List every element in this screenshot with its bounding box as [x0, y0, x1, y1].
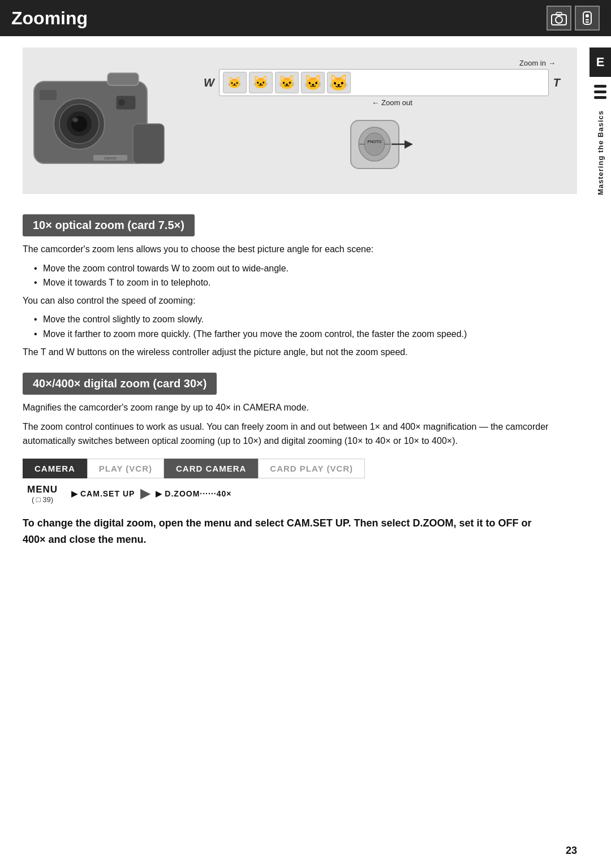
section1-header: 10× optical zoom (card 7.5×) — [23, 214, 195, 236]
menu-label: MENU — [27, 484, 58, 495]
section1-bullets-1: Move the zoom control towards W to zoom … — [34, 261, 577, 290]
card-play-vcr-mode-button[interactable]: CARD PLAY (VCR) — [258, 459, 365, 478]
sidebar-line-1 — [594, 85, 606, 88]
menu-row: MENU ( □ 39) ▶ CAM.SET UP ▶ ▶ D.ZOOM····… — [23, 484, 577, 504]
svg-point-23 — [364, 133, 385, 156]
t-label: T — [553, 76, 560, 89]
menu-item1-text: CAM.SET UP — [80, 489, 135, 498]
zoom-img-2: 🐱 — [249, 72, 273, 93]
page-number: 23 — [566, 845, 577, 857]
page-title: Zooming — [11, 8, 88, 29]
section1-bullet3: Move the control slightly to zoom slowly… — [34, 312, 549, 327]
sidebar-line-2 — [594, 90, 606, 93]
section1-bullets-2: Move the control slightly to zoom slowly… — [34, 312, 577, 341]
zoom-in-label: Zoom in — [519, 59, 546, 67]
zoom-img-5: 🐱 — [327, 72, 351, 93]
menu-arrow-block: ▶ CAM.SET UP ▶ ▶ D.ZOOM······40× — [71, 486, 231, 501]
svg-rect-16 — [40, 90, 57, 100]
mode-buttons-row: CAMERA PLAY (VCR) CARD CAMERA CARD PLAY … — [23, 459, 577, 478]
svg-rect-2 — [556, 12, 562, 15]
menu-item1: ▶ CAM.SET UP — [71, 489, 135, 498]
final-instruction: To change the digital zoom, open the men… — [23, 515, 577, 548]
svg-rect-15 — [133, 124, 164, 163]
svg-rect-14 — [107, 73, 139, 85]
svg-point-13 — [72, 118, 78, 122]
section2-header: 40×/400× digital zoom (card 30×) — [23, 373, 217, 395]
svg-point-4 — [586, 14, 589, 18]
card-camera-mode-button[interactable]: CARD CAMERA — [164, 459, 258, 478]
svg-rect-5 — [586, 19, 589, 20]
menu-page-ref: ( □ 39) — [32, 495, 53, 504]
zoom-img-4: 🐱 — [301, 72, 325, 93]
section1-bullet1: Move the zoom control towards W to zoom … — [34, 261, 549, 276]
zoom-dial: PHOTO — [345, 115, 419, 183]
remote-icon — [575, 6, 600, 31]
section1-para2: You can also control the speed of zoomin… — [23, 293, 577, 308]
section1-bullet4: Move it farther to zoom more quickly. (T… — [34, 327, 549, 342]
section1-para3: The T and W buttons on the wireless cont… — [23, 345, 577, 360]
w-label: W — [204, 76, 214, 89]
section2-para1: Magnifies the camcorder's zoom range by … — [23, 400, 577, 415]
svg-point-18 — [118, 99, 125, 106]
menu-item2-arrow: ▶ — [156, 489, 162, 498]
sidebar-lines — [594, 85, 606, 99]
zoom-out-label: Zoom out — [381, 98, 412, 107]
menu-item2-text: D.ZOOM······40× — [165, 489, 231, 498]
svg-marker-27 — [405, 140, 413, 149]
camera-mode-button[interactable]: CAMERA — [23, 459, 87, 478]
svg-text:PHOTO: PHOTO — [368, 140, 382, 144]
menu-divider: ▶ — [140, 486, 150, 501]
zoom-out-arrow: ← — [372, 98, 379, 107]
sidebar-line-3 — [594, 96, 606, 99]
zoom-in-arrow: → — [548, 59, 556, 67]
svg-text:canon: canon — [104, 156, 117, 161]
sidebar-text: Mastering the Basics — [596, 110, 605, 195]
right-sidebar: E Mastering the Basics — [590, 36, 611, 571]
camera-icon — [547, 6, 571, 31]
svg-rect-6 — [586, 21, 589, 23]
zoom-images-strip: 🐱 🐱 🐱 🐱 🐱 — [219, 69, 549, 96]
section2-para2: The zoom control continues to work as us… — [23, 420, 577, 448]
zoom-img-3: 🐱 — [275, 72, 299, 93]
zoom-img-1: 🐱 — [223, 72, 247, 93]
section1-bullet2: Move it towards T to zoom in to telephot… — [34, 275, 549, 290]
svg-point-1 — [556, 16, 562, 23]
menu-item2: ▶ D.ZOOM······40× — [156, 489, 231, 498]
camera-illustration: canon — [28, 67, 187, 175]
zoom-controls: Zoom in → W 🐱 🐱 🐱 🐱 🐱 — [204, 59, 560, 183]
menu-item1-arrow: ▶ — [71, 489, 78, 498]
title-icons — [547, 6, 600, 31]
page-title-bar: Zooming — [0, 0, 611, 36]
play-vcr-mode-button[interactable]: PLAY (VCR) — [87, 459, 164, 478]
diagram-area: canon Zoom in → W — [23, 47, 577, 194]
e-tab: E — [590, 47, 611, 77]
section1-para1: The camcorder's zoom lens allows you to … — [23, 242, 577, 257]
